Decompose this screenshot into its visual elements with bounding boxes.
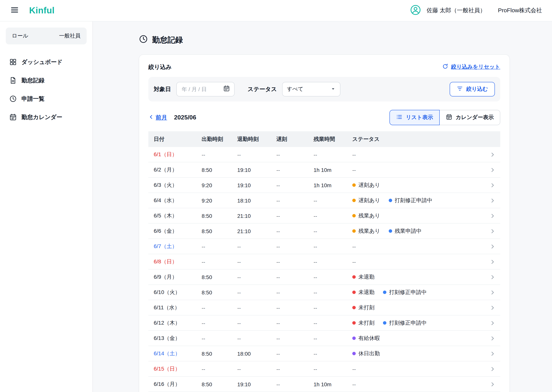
calendar-view-label: カレンダー表示: [456, 114, 494, 121]
clock-in-cell: --: [202, 305, 237, 311]
status-label: 休日出勤: [358, 350, 380, 357]
late-cell: --: [276, 274, 313, 280]
clock-out-cell: --: [237, 151, 276, 158]
row-chevron-right-icon[interactable]: [486, 167, 496, 173]
attendance-row[interactable]: 6/11（水）--------未打刻: [148, 300, 500, 315]
clock-out-cell: --: [237, 335, 276, 341]
apply-filter-button[interactable]: 絞り込む: [450, 82, 495, 97]
prev-month-link[interactable]: 前月: [148, 114, 167, 121]
status-badge: 遅刻あり: [352, 182, 380, 189]
list-view-button[interactable]: リスト表示: [389, 110, 439, 125]
clock-out-cell: --: [237, 259, 276, 265]
status-label: 残業申請中: [395, 228, 421, 234]
status-label: 有給休暇: [358, 335, 380, 342]
clock-in-cell: --: [202, 335, 237, 341]
attendance-row[interactable]: 6/10（火）8:50------未退勤打刻修正申請中: [148, 285, 500, 300]
overtime-cell: --: [313, 335, 352, 341]
row-chevron-right-icon[interactable]: [486, 259, 496, 265]
date-filter-label: 対象日: [154, 85, 171, 93]
overtime-cell: --: [313, 243, 352, 249]
clock-out-cell: --: [237, 243, 276, 249]
date-cell: 6/4（水）: [154, 197, 202, 204]
attendance-row[interactable]: 6/2（月）8:5019:10--1h 10m--: [148, 162, 500, 178]
clock-out-cell: 19:10: [237, 182, 276, 188]
row-chevron-right-icon[interactable]: [486, 182, 496, 188]
role-value: 一般社員: [59, 33, 80, 39]
attendance-row[interactable]: 6/5（木）8:5021:10----残業あり: [148, 208, 500, 224]
current-month: 2025/06: [174, 114, 196, 121]
attendance-row[interactable]: 6/12（木）--------未打刻打刻修正申請中: [148, 315, 500, 331]
row-chevron-right-icon[interactable]: [486, 320, 496, 326]
sidebar-item-dashboard[interactable]: ダッシュボード: [6, 53, 87, 71]
clock-in-cell: 8:50: [202, 274, 237, 280]
late-cell: --: [276, 213, 313, 219]
date-cell: 6/15（日）: [154, 365, 202, 372]
view-toggle: リスト表示 カレンダー表示: [389, 110, 500, 125]
status-cell: 未打刻: [352, 304, 486, 311]
late-cell: --: [276, 335, 313, 341]
clock-out-cell: 21:10: [237, 228, 276, 234]
row-chevron-right-icon[interactable]: [486, 243, 496, 249]
status-badge: 打刻修正申請中: [383, 319, 427, 326]
late-cell: --: [276, 289, 313, 295]
late-cell: --: [276, 259, 313, 265]
reset-filters-label: 絞り込みをリセット: [451, 63, 500, 70]
overtime-cell: --: [313, 259, 352, 265]
row-chevron-right-icon[interactable]: [486, 151, 496, 158]
row-chevron-right-icon[interactable]: [486, 350, 496, 357]
clock-out-cell: --: [237, 305, 276, 311]
filter-section-title: 絞り込み: [148, 63, 172, 71]
row-chevron-right-icon[interactable]: [486, 289, 496, 295]
attendance-row[interactable]: 6/8（日）----------: [148, 254, 500, 269]
user-avatar-icon[interactable]: [410, 4, 421, 17]
attendance-row[interactable]: 6/9（月）8:50------未退勤: [148, 269, 500, 285]
attendance-row[interactable]: 6/13（金）--------有給休暇: [148, 331, 500, 346]
calendar-view-button[interactable]: カレンダー表示: [439, 110, 500, 125]
attendance-row[interactable]: 6/16（月）8:5019:10--1h 10m--: [148, 377, 500, 392]
row-chevron-right-icon[interactable]: [486, 305, 496, 311]
attendance-row[interactable]: 6/4（水）9:2018:10----遅刻あり打刻修正申請中: [148, 193, 500, 208]
attendance-table-body: 6/1（日）----------6/2（月）8:5019:10--1h 10m-…: [148, 147, 500, 392]
clock-in-cell: 8:50: [202, 167, 237, 173]
row-chevron-right-icon[interactable]: [486, 213, 496, 219]
row-chevron-right-icon[interactable]: [486, 381, 496, 387]
attendance-row[interactable]: 6/1（日）----------: [148, 147, 500, 162]
menu-button[interactable]: [10, 5, 19, 16]
status-label: 未退勤: [358, 273, 375, 280]
overtime-cell: --: [313, 305, 352, 311]
attendance-row[interactable]: 6/3（火）9:2019:10--1h 10m遅刻あり: [148, 178, 500, 193]
status-cell: --: [352, 151, 486, 158]
status-select[interactable]: すべて: [282, 82, 341, 97]
filter-icon: [457, 85, 463, 93]
status-label: 遅刻あり: [358, 182, 380, 189]
sidebar-item-requests[interactable]: 申請一覧: [6, 90, 87, 108]
status-dot: [389, 199, 392, 202]
status-label: 未打刻: [358, 304, 375, 311]
overtime-cell: 1h 10m: [313, 167, 352, 173]
status-badge: 未退勤: [352, 289, 375, 296]
attendance-row[interactable]: 6/15（日）----------: [148, 361, 500, 377]
date-input[interactable]: [176, 82, 235, 97]
overtime-cell: --: [313, 151, 352, 158]
row-chevron-right-icon[interactable]: [486, 228, 496, 234]
attendance-row[interactable]: 6/7（土）----------: [148, 239, 500, 254]
sidebar-item-attendance-records[interactable]: 勤怠記録: [6, 71, 87, 90]
row-chevron-right-icon[interactable]: [486, 335, 496, 341]
status-cell: 休日出勤: [352, 350, 486, 357]
status-dot: [352, 306, 356, 309]
date-input-field[interactable]: [181, 86, 219, 93]
clock-icon: [139, 35, 148, 45]
sidebar-item-label: 勤怠カレンダー: [22, 113, 62, 121]
sidebar-item-attendance-calendar[interactable]: 勤怠カレンダー: [6, 108, 87, 126]
month-navigation: 前月 2025/06 リスト表示: [148, 110, 500, 125]
row-chevron-right-icon[interactable]: [486, 274, 496, 280]
attendance-row[interactable]: 6/6（金）8:5021:10----残業あり残業申請中: [148, 224, 500, 239]
row-chevron-right-icon[interactable]: [486, 197, 496, 203]
dashboard-icon: [9, 58, 17, 66]
reset-filters-link[interactable]: 絞り込みをリセット: [442, 63, 500, 71]
calendar-icon: [446, 114, 452, 121]
row-chevron-right-icon[interactable]: [486, 366, 496, 372]
attendance-row[interactable]: 6/14（土）8:5018:00----休日出勤: [148, 346, 500, 361]
document-icon: [9, 77, 17, 84]
status-dot: [389, 229, 392, 233]
